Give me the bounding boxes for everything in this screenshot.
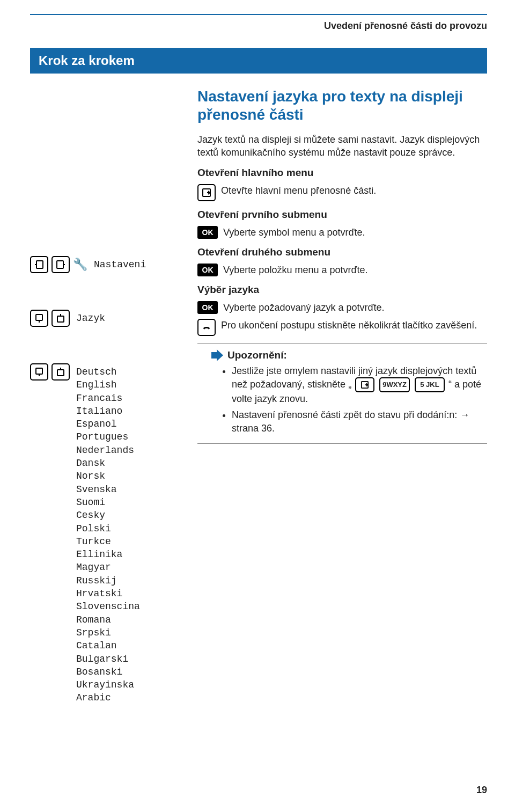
menu-icon: [197, 184, 216, 201]
svg-rect-1: [57, 261, 63, 268]
page-number: 19: [476, 785, 487, 796]
hangup-icon: [197, 319, 216, 336]
ok-button-icon: OK: [197, 226, 218, 239]
keypad-9-icon: 9WXYZ: [379, 377, 410, 392]
language-option: Bulgarski: [76, 653, 140, 665]
ok-button-icon: OK: [197, 301, 218, 314]
note-arrow-icon: [211, 350, 223, 360]
instruction-column: Nastavení jazyka pro texty na displeji p…: [197, 87, 487, 713]
heading-open-sub2: Otevření druhého submenu: [197, 246, 487, 258]
sub1-instruction: Vyberte symbol menu a potvrďte.: [223, 226, 365, 239]
language-option: Norsk: [76, 470, 140, 482]
language-option: Magyar: [76, 561, 140, 574]
step-banner: Krok za krokem: [30, 48, 487, 74]
heading-open-main: Otevření hlavního menu: [197, 167, 487, 179]
language-option: Polski: [76, 522, 140, 535]
nav-row-language: Jazyk: [30, 310, 191, 327]
language-option: Italiano: [76, 405, 140, 418]
language-option: English: [76, 378, 140, 391]
language-option: Deutsch: [76, 365, 140, 378]
end-instruction: Pro ukončení postupu stiskněte několikrá…: [221, 319, 477, 332]
nav-label-settings: Nastaveni: [91, 257, 178, 272]
nav-down-icon: [30, 310, 48, 327]
language-option: Dansk: [76, 457, 140, 470]
intro-text: Jazyk textů na displeji si můžete sami n…: [197, 133, 487, 159]
keypad-5-icon: 5 JKL: [415, 377, 445, 392]
language-option: Ellinika: [76, 548, 140, 561]
note-title: Upozornění:: [227, 349, 287, 361]
svg-rect-3: [57, 316, 64, 322]
nav-left-icon: [30, 256, 48, 273]
nav-down-icon: [30, 363, 48, 381]
language-option: Bosanski: [76, 665, 140, 678]
language-option: Arabic: [76, 691, 140, 704]
language-option: Espanol: [76, 418, 140, 430]
ok-button-icon: OK: [197, 264, 218, 276]
wrench-icon: 🔧: [73, 258, 87, 272]
language-list: DeutschEnglishFrancaisItalianoEspanolPor…: [73, 363, 143, 707]
open-main-instruction: Otevřte hlavní menu přenosné části.: [221, 184, 376, 197]
note-item: Nastavení přenosné části zpět do stavu p…: [232, 408, 487, 435]
running-head: Uvedení přenosné části do provozu: [30, 20, 487, 32]
select-lang-instruction: Vyberte požadovaný jazyk a potvrďte.: [223, 301, 385, 314]
language-option: Svenska: [76, 483, 140, 496]
language-option: Nederlands: [76, 444, 140, 457]
page-title: Nastavení jazyka pro texty na displeji p…: [197, 87, 487, 123]
note-box: Upozornění: Jestliže jste omylem nastavi…: [197, 343, 487, 444]
nav-row-lang-list: DeutschEnglishFrancaisItalianoEspanolPor…: [30, 363, 191, 707]
heading-select-lang: Výběr jazyka: [197, 284, 487, 296]
svg-rect-0: [36, 261, 43, 268]
nav-right-icon: [52, 256, 70, 273]
language-option: Ukrayinska: [76, 678, 140, 691]
nav-label-language: Jazyk: [73, 311, 160, 326]
language-option: Slovenscina: [76, 600, 140, 613]
svg-rect-2: [36, 314, 42, 320]
nav-row-settings: 🔧 Nastaveni: [30, 256, 191, 273]
svg-rect-4: [36, 368, 42, 374]
menu-icon: [355, 377, 374, 392]
language-option: Turkce: [76, 535, 140, 548]
sub2-instruction: Vyberte položku menu a potvrďte.: [223, 264, 368, 276]
nav-up-icon: [52, 363, 70, 381]
nav-up-icon: [52, 310, 70, 327]
language-option: Cesky: [76, 509, 140, 522]
language-option: Srpski: [76, 626, 140, 639]
language-option: Francais: [76, 392, 140, 405]
language-option: Portugues: [76, 430, 140, 443]
language-option: Hrvatski: [76, 587, 140, 600]
language-option: Romana: [76, 613, 140, 626]
heading-open-sub1: Otevření prvního submenu: [197, 209, 487, 221]
svg-rect-5: [57, 370, 64, 376]
note-list: Jestliže jste omylem nastavili jiný jazy…: [219, 364, 487, 435]
note-item: Jestliže jste omylem nastavili jiný jazy…: [232, 364, 487, 406]
language-option: Suomi: [76, 496, 140, 509]
language-option: Russkij: [76, 574, 140, 587]
step-column: 🔧 Nastaveni Jazyk: [30, 87, 191, 713]
language-option: Catalan: [76, 639, 140, 652]
